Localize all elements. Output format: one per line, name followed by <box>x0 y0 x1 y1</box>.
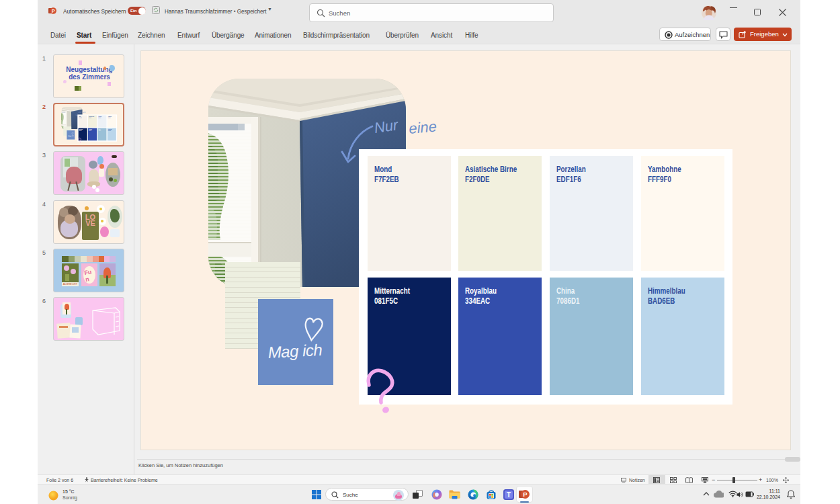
svg-text:P: P <box>523 491 528 498</box>
svg-text:T: T <box>507 491 511 499</box>
svg-text:P: P <box>52 8 55 14</box>
svg-text:Nur: Nur <box>373 116 400 136</box>
svg-text:eine: eine <box>408 118 437 137</box>
svg-text:Nur: Nur <box>79 111 82 113</box>
svg-text:eine: eine <box>83 112 86 113</box>
